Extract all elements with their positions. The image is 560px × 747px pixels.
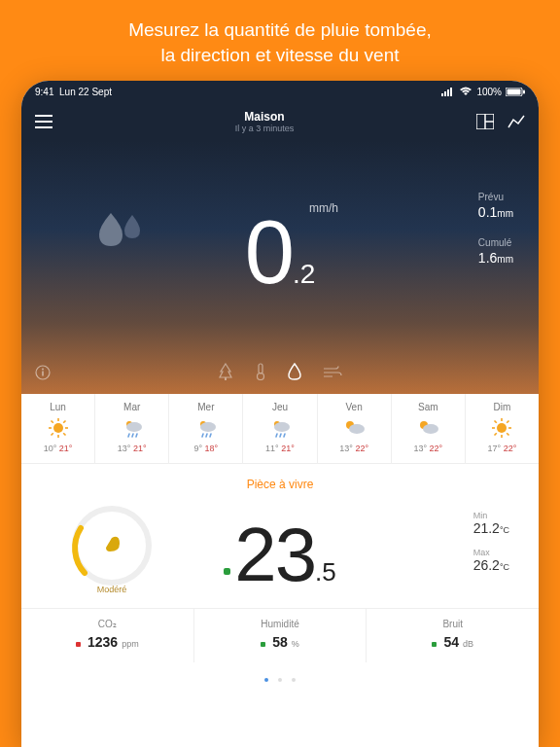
metric-noise[interactable]: Bruit 54dB [367,609,539,662]
rain-unit: mm/h [309,201,338,215]
temperature-value: 23 .5 [224,516,335,592]
svg-line-24 [51,421,52,423]
svg-point-46 [423,424,438,434]
promo-line1: Mesurez la quantité de pluie tombée, [39,18,521,43]
forecast-icon [318,416,391,440]
humidity-unit: % [292,639,299,649]
co2-label: CO₂ [21,619,193,629]
svg-rect-7 [35,115,52,117]
temp-max-unit: °C [500,562,509,572]
temp-lo: 13° [339,444,353,453]
svg-rect-9 [35,126,52,128]
forecast-temps: 13° 22° [318,444,391,453]
forecast-day-name: Mar [95,402,168,412]
forecast-day[interactable]: Dim17° 22° [466,394,539,463]
room-panel[interactable]: Pièce à vivre Modéré 23 .5 Min 21.2°C [21,464,539,747]
forecast-day-name: Sam [392,402,465,412]
battery-percent: 100% [476,87,502,97]
svg-rect-5 [508,89,521,94]
rain-total-block: Cumulé 1.6mm [478,237,513,266]
svg-rect-1 [444,91,446,96]
humidity-value: 58 [272,634,288,650]
signal-icon [441,88,455,96]
forecast-day[interactable]: Jeu11° 21° [243,394,317,463]
temp-max-block: Max 26.2°C [473,548,509,573]
svg-line-53 [508,433,509,435]
svg-line-26 [51,433,52,435]
noise-status-dot [432,642,437,647]
info-button[interactable] [35,365,51,384]
forecast-temps: 17° 22° [466,444,539,453]
header-center[interactable]: Maison Il y a 3 minutes [52,110,476,133]
temp-min-label: Min [473,511,509,520]
forecast-icon [169,416,242,440]
temp-min-unit: °C [500,525,509,535]
svg-point-29 [126,422,142,432]
temp-integer: 23 [234,516,315,592]
temp-min-block: Min 21.2°C [473,511,509,536]
forecast-temps: 9° 18° [169,444,242,453]
forecast-day[interactable]: Sam13° 22° [392,394,466,463]
svg-rect-2 [447,89,449,96]
tab-rain[interactable] [288,363,301,384]
svg-point-19 [53,423,63,433]
page-dot [264,678,268,682]
menu-button[interactable] [35,115,52,128]
rain-drops-icon [89,199,158,271]
svg-line-35 [202,434,203,437]
rain-forecast-block: Prévu 0.1mm [478,192,513,220]
forecast-day-name: Ven [318,402,391,412]
svg-line-30 [128,434,129,437]
svg-rect-3 [450,88,452,96]
temp-lo: 17° [488,444,502,453]
rain-integer: 0 [245,207,293,297]
hamburger-icon [35,115,52,128]
temp-lo: 13° [413,444,427,453]
temp-status-dot [224,568,230,575]
forecast-icon [243,416,316,440]
forecast-temps: 13° 22° [392,444,465,453]
svg-line-25 [63,433,65,435]
metric-co2[interactable]: CO₂ 1236ppm [21,609,194,662]
co2-value: 1236 [88,634,118,650]
temp-hi: 21° [59,444,73,453]
promo-line2: la direction et vitesse du vent [39,43,521,68]
page-indicator[interactable] [21,662,539,692]
wind-icon [323,365,342,378]
metric-humidity[interactable]: Humidité 58% [194,609,368,662]
info-icon [35,365,51,380]
forecast-day[interactable]: Ven13° 22° [318,394,392,463]
forecast-day[interactable]: Mer9° 18° [169,394,243,463]
svg-line-37 [210,434,211,437]
svg-point-39 [274,422,290,432]
svg-line-54 [495,433,497,435]
tab-thermometer[interactable] [255,363,266,384]
svg-point-34 [200,422,216,432]
forecast-day[interactable]: Mar13° 21° [95,394,169,463]
layout-icon [476,114,494,129]
temp-lo: 9° [193,444,202,453]
layout-button[interactable] [476,114,494,129]
forecast-strip[interactable]: Lun10° 21°Mar13° 21°Mer9° 18°Jeu11° 21°V… [21,394,539,464]
co2-status-dot [76,642,81,647]
noise-label: Bruit [367,619,539,629]
temp-hi: 22° [430,444,443,453]
noise-value: 54 [443,634,459,650]
svg-rect-16 [225,377,227,380]
temp-hi: 22° [504,444,517,453]
temp-hi: 22° [355,444,368,453]
rain-panel[interactable]: 0 .2 mm/h Prévu 0.1mm Cumulé 1.6mm [21,141,539,394]
chart-button[interactable] [508,114,525,129]
metrics-row: CO₂ 1236ppm Humidité 58% Bruit 54dB [21,608,539,662]
rain-forecast-value: 0.1 [478,204,497,220]
forecast-icon [95,416,168,440]
rain-rate-value: 0 .2 [245,207,316,297]
svg-line-31 [132,434,133,437]
tab-tree[interactable] [218,363,233,384]
tab-wind[interactable] [323,365,342,382]
forecast-day[interactable]: Lun10° 21° [21,394,95,463]
forecast-day-name: Dim [466,402,539,412]
svg-line-27 [63,421,65,423]
co2-unit: ppm [122,639,139,649]
svg-rect-0 [441,93,443,96]
